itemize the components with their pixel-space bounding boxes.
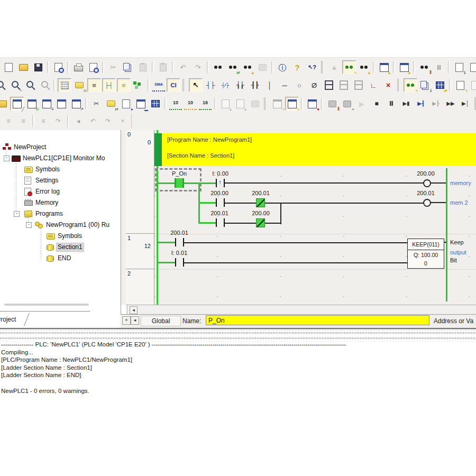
copy-icon[interactable] (121, 60, 135, 74)
close-icon[interactable]: × (122, 316, 131, 325)
new-vertical-line-icon[interactable]: │ (263, 78, 277, 92)
memory-view-icon[interactable] (149, 97, 162, 111)
workspace-cut-icon[interactable] (0, 97, 9, 111)
new-vertical-below-icon[interactable]: ∟ (367, 78, 380, 92)
output-window-icon[interactable]: ≡ (40, 97, 53, 111)
selection-mode-icon[interactable]: ↖ (189, 78, 203, 92)
coil-200-00[interactable] (423, 179, 431, 187)
cross-reference-report-icon[interactable]: ⇄ (104, 97, 118, 111)
transfer-warning-icon[interactable]: ▲ (397, 60, 411, 74)
closed-contact-200-00[interactable] (256, 218, 265, 227)
show-section-blocks-icon[interactable] (132, 78, 145, 92)
context-help-icon[interactable]: ↖? (305, 60, 319, 74)
new-project-file-icon[interactable] (2, 60, 15, 74)
show-rung-list-icon[interactable]: ≡ (87, 78, 101, 92)
view-mnemonics-icon[interactable]: SMA (152, 78, 166, 92)
new-coil-icon[interactable]: ○ (292, 78, 306, 92)
tree-item-settings[interactable]: Settings (0, 175, 121, 186)
step-in-icon[interactable]: ▶┨ (414, 97, 428, 111)
run-simulator-icon[interactable]: ϟ (285, 97, 299, 111)
delete-vertical-icon[interactable]: × (381, 78, 395, 92)
new-closed-coil-icon[interactable]: Ø (307, 78, 321, 92)
tab-project[interactable]: Project (0, 316, 16, 323)
exit-simulator-icon[interactable]: ● (305, 97, 319, 111)
output-splitter[interactable] (0, 332, 476, 334)
symbol-name-input[interactable]: P_On (206, 315, 429, 325)
closed-contact-200-01[interactable] (256, 198, 265, 207)
contact-pon[interactable] (175, 178, 184, 188)
new-contact-icon[interactable]: ┤├ (204, 78, 217, 92)
watch-window-icon[interactable]: ⊙ (25, 97, 39, 111)
scan-run-icon[interactable]: ▶│ (459, 97, 472, 111)
sim-pause-icon[interactable]: Ⅱ (385, 97, 398, 111)
continuous-step-run-icon[interactable]: ▶▶ (444, 97, 457, 111)
zoom-cut-icon[interactable] (0, 78, 7, 92)
tree-expander-icon[interactable]: - (14, 211, 20, 217)
rung-comment-banner[interactable]: [Program Name : NewProgram1] [Section Na… (162, 133, 476, 166)
stop-hand-icon[interactable]: × (340, 97, 354, 111)
rung-margin-1[interactable]: 1 12 (126, 234, 154, 269)
show-rung-comments-icon[interactable]: ≡ (117, 78, 131, 92)
about-icon[interactable]: ⓘ (276, 60, 289, 74)
transfer-to-plc-icon[interactable]: ⇓ (452, 60, 466, 74)
rung-margin-2[interactable]: 2 (126, 269, 154, 305)
tree-item-section1[interactable]: Section1 (0, 242, 121, 253)
help-contents-icon[interactable]: ? (290, 60, 304, 74)
io-comment-view-icon[interactable]: ▸ (119, 97, 133, 111)
panel-splitter[interactable] (121, 130, 126, 305)
tree-item-programs[interactable]: -Programs (0, 208, 121, 219)
ladder-hscrollbar[interactable]: ◂ (126, 305, 476, 315)
monitor-signed-decimal-icon[interactable]: 10 (184, 97, 197, 111)
toggle-plc-monitoring-icon[interactable]: ϟ (342, 60, 356, 74)
save-project-icon[interactable] (31, 60, 45, 74)
tree-item-symbols[interactable]: Symbols (0, 231, 121, 242)
tree-item-memory[interactable]: Memory (0, 197, 121, 208)
rung-margin-0[interactable]: 0 0 (126, 130, 154, 234)
tree-item-newprogram1-00-ru[interactable]: -NewProgram1 (00) Ru (0, 219, 121, 231)
online-edit-warning-icon[interactable]: ▲ (377, 60, 391, 74)
new-closed-contact-icon[interactable]: ┤∕├ (218, 78, 232, 92)
transfer-from-plc-icon[interactable]: ⇑ (467, 60, 476, 74)
tree-expander-icon[interactable]: - (26, 222, 32, 228)
forced-set-icon[interactable]: ϟ (453, 78, 467, 92)
print-icon[interactable] (71, 60, 85, 74)
tree-item-error-log[interactable]: Error log (0, 186, 121, 197)
zoom-in-icon[interactable]: + (8, 78, 22, 92)
tree-item-newplc1-cp1e-monitor-mo[interactable]: -NewPLC1[CP1E] Monitor Mo (0, 153, 121, 164)
toggle-grid-icon[interactable] (58, 78, 71, 92)
new-or-contact-icon[interactable]: ┧┟ (233, 78, 247, 92)
print-preview-icon[interactable] (86, 60, 100, 74)
tree-item-symbols[interactable]: Symbols (0, 164, 121, 175)
tree-hscrollbar[interactable] (4, 304, 89, 306)
tree-item-newproject[interactable]: NewProject (0, 142, 121, 153)
transfer-program-stack-icon[interactable]: ⇓ (418, 78, 432, 92)
monitor-with-warning-icon[interactable]: ▲ (357, 60, 371, 74)
scroll-left-icon[interactable]: ◂ (130, 306, 138, 314)
step-run-icon[interactable]: ▶▮ (399, 97, 413, 111)
keep-instruction-box[interactable]: KEEP(011) Q: 100.00 0 (407, 239, 444, 269)
output-log[interactable]: ---------------- PLC: 'NewPLC1' (PLC Mod… (1, 341, 476, 404)
monitor-hex-icon[interactable]: 16 (198, 97, 212, 111)
show-monitor-data-icon[interactable]: ├┤ (102, 78, 116, 92)
coil-200-01[interactable] (423, 199, 431, 207)
pause-monitoring-icon[interactable]: Ⅱ (417, 60, 431, 74)
tree-expander-icon[interactable]: - (4, 155, 10, 161)
output-splitter[interactable] (0, 337, 476, 339)
work-online-simulator-icon[interactable]: ϟ (404, 78, 417, 92)
pause-hand-icon[interactable]: Ⅱ (325, 97, 339, 111)
plc-memory-window-icon[interactable]: ▬ (134, 97, 148, 111)
io-table-transfer-icon[interactable]: ⇄ (433, 78, 447, 92)
rung-annotation-icon[interactable]: ⊙ (72, 78, 86, 92)
zoom-100-icon[interactable] (23, 78, 36, 92)
view-ci-icon[interactable]: CI (167, 78, 180, 92)
tree-item-end[interactable]: END (0, 253, 121, 264)
find-replace-icon[interactable]: ⇄ (226, 60, 240, 74)
new-plc-instruction-icon[interactable] (322, 78, 336, 92)
address-reference-tool-icon[interactable]: ✂ (89, 97, 103, 111)
toggle-project-workspace-icon[interactable]: ╱ (10, 97, 24, 111)
compile-program-check-icon[interactable] (51, 60, 65, 74)
properties-window-icon[interactable]: ↗ (69, 97, 83, 111)
cross-reference-window-icon[interactable] (54, 97, 68, 111)
new-horizontal-line-icon[interactable]: ─ (278, 78, 291, 92)
monitor-decimal-icon[interactable]: 10 (169, 97, 182, 111)
